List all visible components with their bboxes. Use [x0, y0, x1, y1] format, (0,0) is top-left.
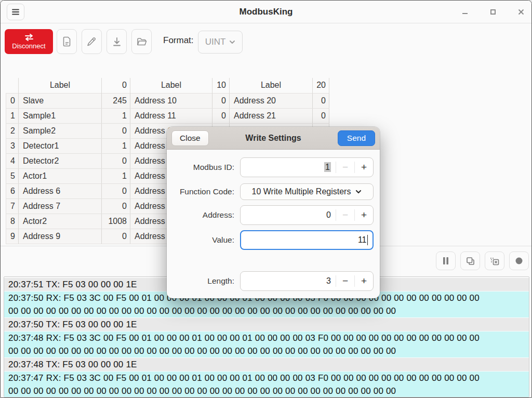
log-entry: 20:37:47 RX: F5 03 3C 00 F5 00 01 00 00 … — [4, 372, 529, 397]
table-row: 0 Slave 245 Address 10 0 Address 20 0 — [6, 93, 329, 108]
length-row: Length: 3 − + — [167, 271, 374, 291]
log-entry: 20:37:50 TX: F5 03 00 00 00 1E — [4, 318, 529, 331]
row-index-cell: 7 — [6, 198, 19, 214]
row-index-cell: 2 — [6, 123, 19, 138]
log-line: 20:37:48 TX: F5 03 00 00 00 1E — [8, 360, 137, 369]
register-label-cell[interactable]: Slave — [19, 93, 102, 108]
register-value-cell[interactable]: 0 — [102, 183, 130, 198]
format-label: Format: — [163, 35, 194, 46]
address-value: 0 — [241, 210, 336, 220]
record-log-button[interactable] — [509, 251, 529, 270]
maximize-button[interactable] — [488, 7, 498, 17]
address-label: Address: — [167, 210, 240, 220]
row-index-cell: 5 — [6, 168, 19, 183]
log-line-continuation: 00 00 00 00 00 00 00 00 00 00 00 00 00 0… — [8, 304, 525, 317]
register-label-cell[interactable]: Sample1 — [19, 108, 102, 123]
document-icon — [62, 36, 72, 47]
titlebar: ModbusKing — [1, 1, 531, 23]
column-header-10[interactable]: 10 — [212, 78, 230, 93]
modbus-id-spinbox[interactable]: 1 − + — [240, 157, 374, 177]
register-label-cell[interactable]: Actor2 — [19, 214, 102, 229]
format-value: UINT — [205, 37, 226, 47]
close-button[interactable] — [516, 7, 526, 17]
register-value-cell[interactable]: 0 — [212, 93, 230, 108]
register-label-cell[interactable]: Address 11 — [130, 108, 212, 123]
log-file-button[interactable] — [57, 29, 77, 54]
register-label-cell[interactable]: Address 7 — [19, 198, 102, 214]
disconnect-label: Disconnect — [12, 42, 45, 50]
modbus-id-increment-button[interactable]: + — [355, 162, 373, 173]
maximize-icon — [489, 8, 497, 16]
function-code-value: 10 Write Multiple Registers — [252, 187, 351, 196]
register-value-cell[interactable]: 1 — [102, 168, 130, 183]
disconnect-button[interactable]: Disconnect — [5, 29, 53, 54]
dialog-close-button[interactable]: Close — [171, 130, 209, 146]
log-line: 20:37:50 TX: F5 03 00 00 00 1E — [8, 320, 137, 329]
record-icon — [515, 257, 523, 265]
column-header-0[interactable]: 0 — [102, 78, 130, 93]
log-entry: 20:37:48 TX: F5 03 00 00 00 1E — [4, 358, 529, 371]
address-spinbox[interactable]: 0 − + — [240, 205, 374, 225]
import-button[interactable] — [107, 29, 127, 54]
column-header-label[interactable]: Label — [130, 78, 212, 93]
register-label-cell[interactable]: Actor1 — [19, 168, 102, 183]
download-icon — [112, 37, 122, 47]
register-value-cell[interactable]: 0 — [212, 108, 230, 123]
register-label-cell[interactable]: Detector2 — [19, 153, 102, 168]
pencil-icon — [87, 37, 97, 47]
value-input[interactable]: 11 — [240, 230, 374, 250]
length-spinbox[interactable]: 3 − + — [240, 271, 374, 291]
register-value-cell[interactable]: 1 — [102, 138, 130, 153]
column-header-label[interactable]: Label — [230, 78, 313, 93]
app-window: ModbusKing Disconnect — [0, 0, 532, 398]
clear-log-button[interactable] — [485, 251, 504, 270]
register-value-cell[interactable]: 1008 — [102, 214, 130, 229]
text-caret — [367, 235, 368, 245]
value-input-text: 11 — [358, 235, 367, 245]
register-value-cell[interactable]: 0 — [313, 93, 329, 108]
length-increment-button[interactable]: + — [355, 275, 373, 287]
register-value-cell[interactable]: 0 — [102, 198, 130, 214]
folder-open-icon — [137, 37, 147, 46]
value-row: Value: 11 — [167, 230, 374, 250]
register-value-cell[interactable]: 0 — [102, 153, 130, 168]
register-value-cell[interactable]: 0 — [102, 123, 130, 138]
address-decrement-button[interactable]: − — [336, 209, 354, 221]
row-index-cell: 3 — [6, 138, 19, 153]
minimize-button[interactable] — [460, 7, 470, 17]
address-row: Address: 0 − + — [167, 205, 374, 225]
address-increment-button[interactable]: + — [355, 209, 373, 221]
edit-button[interactable] — [82, 29, 102, 54]
format-dropdown[interactable]: UINT — [198, 31, 243, 54]
copy-log-button[interactable] — [460, 251, 480, 270]
register-value-cell[interactable]: 0 — [102, 229, 130, 244]
window-controls — [460, 7, 526, 17]
register-label-cell[interactable]: Address 20 — [230, 93, 313, 108]
register-label-cell[interactable]: Detector1 — [19, 138, 102, 153]
row-index-cell: 1 — [6, 108, 19, 123]
dialog-send-button[interactable]: Send — [338, 130, 375, 146]
register-label-cell[interactable]: Address 6 — [19, 183, 102, 198]
modbus-id-row: Modbus ID: 1 − + — [167, 157, 374, 177]
pause-log-button[interactable] — [436, 251, 456, 270]
register-label-cell[interactable]: Address 10 — [130, 93, 212, 108]
row-index-cell: 6 — [6, 183, 19, 198]
register-label-cell[interactable]: Sample2 — [19, 123, 102, 138]
open-file-button[interactable] — [131, 29, 152, 54]
modbus-id-value: 1 — [324, 162, 331, 172]
function-code-dropdown[interactable]: 10 Write Multiple Registers — [240, 183, 374, 200]
register-label-cell[interactable]: Address 9 — [19, 229, 102, 244]
length-decrement-button[interactable]: − — [336, 275, 354, 287]
register-label-cell[interactable]: Address 21 — [230, 108, 313, 123]
table-row: 1 Sample1 1 Address 11 0 Address 21 0 — [6, 108, 329, 123]
pause-icon — [442, 257, 449, 265]
modbus-id-decrement-button[interactable]: − — [336, 162, 354, 173]
register-value-cell[interactable]: 1 — [102, 108, 130, 123]
column-header-20[interactable]: 20 — [313, 78, 329, 93]
register-value-cell[interactable]: 0 — [313, 108, 329, 123]
register-value-cell[interactable]: 245 — [102, 93, 130, 108]
dialog-body: Modbus ID: 1 − + Function Code: 10 Write… — [167, 150, 380, 291]
log-line-continuation: 00 00 00 00 00 00 00 00 00 00 00 00 00 0… — [8, 344, 525, 357]
column-header-label[interactable]: Label — [19, 78, 102, 93]
chevron-down-icon — [355, 190, 362, 194]
